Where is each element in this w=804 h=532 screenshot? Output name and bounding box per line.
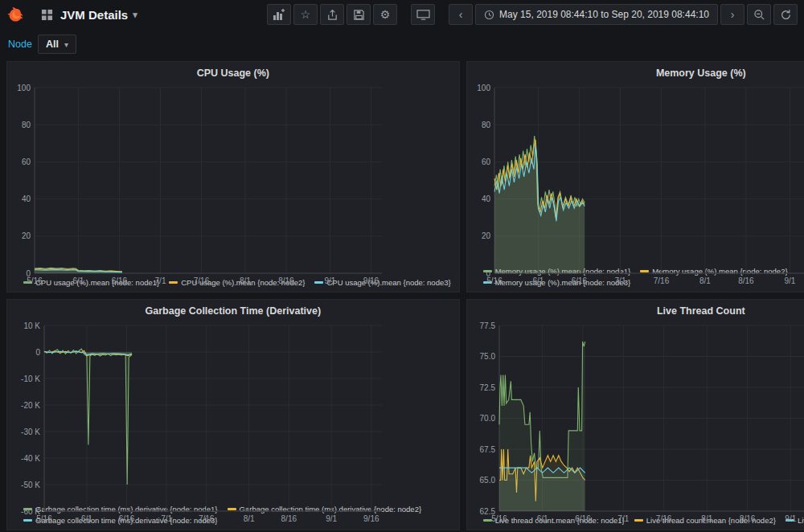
- share-button[interactable]: [320, 4, 344, 25]
- svg-text:60: 60: [22, 158, 31, 166]
- submenu: Node All ▾: [0, 29, 804, 59]
- svg-text:9/1: 9/1: [785, 514, 796, 523]
- svg-text:-30 K: -30 K: [21, 428, 40, 436]
- refresh-icon: [780, 9, 792, 21]
- svg-text:80: 80: [22, 121, 31, 129]
- save-button[interactable]: [347, 4, 371, 25]
- svg-text:5/16: 5/16: [36, 514, 52, 523]
- svg-text:100: 100: [17, 84, 31, 92]
- svg-text:62.5: 62.5: [479, 507, 495, 516]
- zoom-out-icon: [753, 9, 765, 21]
- svg-text:8/1: 8/1: [244, 514, 255, 523]
- svg-text:7/16: 7/16: [656, 514, 672, 523]
- panel-cpu-usage: CPU Usage (%) 5/166/16/167/17/168/18/169…: [6, 61, 460, 293]
- chevron-left-icon: ‹: [459, 9, 463, 20]
- add-panel-icon: [273, 8, 285, 21]
- time-forward-button[interactable]: ›: [720, 4, 745, 25]
- svg-text:8/16: 8/16: [740, 514, 756, 523]
- svg-text:0: 0: [35, 348, 40, 357]
- svg-text:67.5: 67.5: [479, 445, 495, 454]
- tv-mode-button[interactable]: [411, 4, 435, 25]
- svg-text:72.5: 72.5: [479, 383, 495, 392]
- refresh-button[interactable]: [773, 4, 798, 25]
- svg-text:6/16: 6/16: [112, 276, 128, 285]
- svg-text:0: 0: [26, 269, 31, 278]
- gc-time-chart[interactable]: 5/166/16/167/17/168/18/169/19/1610 K0-10…: [12, 319, 454, 502]
- svg-text:6/1: 6/1: [72, 276, 84, 285]
- svg-text:60: 60: [482, 158, 491, 166]
- svg-text:9/1: 9/1: [326, 514, 337, 523]
- monitor-icon: [416, 9, 430, 21]
- chevron-right-icon: ›: [731, 9, 735, 20]
- zoom-out-button[interactable]: [747, 4, 771, 25]
- dashboard-grid: CPU Usage (%) 5/166/16/167/17/168/18/169…: [0, 59, 804, 532]
- svg-text:77.5: 77.5: [479, 321, 495, 330]
- time-range-button[interactable]: May 15, 2019 08:44:10 to Sep 20, 2019 08…: [475, 4, 718, 25]
- svg-text:-40 K: -40 K: [21, 454, 40, 463]
- panel-memory-usage: Memory Usage (%) 5/166/16/167/17/168/18/…: [466, 61, 804, 293]
- svg-text:-50 K: -50 K: [21, 481, 40, 489]
- svg-text:5/16: 5/16: [486, 276, 503, 285]
- svg-text:6/1: 6/1: [81, 514, 92, 523]
- svg-text:-20 K: -20 K: [21, 401, 40, 410]
- svg-text:80: 80: [482, 121, 491, 129]
- panel-title[interactable]: CPU Usage (%): [12, 65, 454, 81]
- svg-text:8/1: 8/1: [699, 276, 711, 285]
- svg-text:6/1: 6/1: [532, 276, 544, 285]
- svg-text:20: 20: [482, 231, 491, 240]
- caret-down-icon: ▾: [133, 10, 137, 20]
- svg-text:7/1: 7/1: [614, 276, 626, 285]
- svg-text:8/1: 8/1: [701, 514, 712, 523]
- caret-down-icon: ▾: [64, 40, 68, 49]
- svg-text:7/1: 7/1: [155, 276, 166, 285]
- dashboard-title-button[interactable]: JVM Details ▾: [60, 8, 137, 22]
- panel-title[interactable]: Garbage Collection Time (Derivative): [12, 303, 454, 319]
- svg-text:100: 100: [477, 84, 490, 92]
- grafana-logo[interactable]: [6, 5, 26, 24]
- grid-icon: [41, 9, 53, 21]
- add-panel-button[interactable]: [267, 4, 291, 25]
- svg-text:-10 K: -10 K: [21, 374, 40, 383]
- svg-text:-60 K: -60 K: [21, 507, 40, 516]
- star-button[interactable]: ☆: [293, 4, 318, 25]
- grafana-logo-icon: [7, 6, 25, 23]
- svg-text:7/16: 7/16: [194, 276, 210, 285]
- settings-button[interactable]: ⚙: [373, 4, 397, 25]
- svg-text:10 K: 10 K: [23, 321, 40, 330]
- variable-label: Node: [8, 39, 32, 50]
- svg-text:7/1: 7/1: [617, 514, 629, 523]
- time-range-text: May 15, 2019 08:44:10 to Sep 20, 2019 08…: [499, 9, 709, 20]
- svg-text:6/1: 6/1: [536, 514, 548, 523]
- svg-text:8/16: 8/16: [278, 276, 294, 285]
- svg-text:70.0: 70.0: [479, 414, 495, 423]
- star-icon: ☆: [301, 9, 311, 20]
- panel-gc-time: Garbage Collection Time (Derivative) 5/1…: [6, 299, 460, 530]
- variable-dropdown[interactable]: All ▾: [38, 35, 76, 54]
- memory-usage-chart[interactable]: 5/166/16/167/17/168/18/169/19/1610080604…: [472, 81, 804, 264]
- svg-text:9/1: 9/1: [784, 276, 795, 285]
- svg-text:6/16: 6/16: [119, 514, 135, 523]
- panel-title[interactable]: Live Thread Count: [472, 303, 804, 319]
- dashboard-title: JVM Details: [60, 8, 128, 22]
- grafana-app: JVM Details ▾ ☆: [0, 0, 804, 532]
- clock-icon: [484, 10, 494, 20]
- navbar: JVM Details ▾ ☆: [0, 0, 804, 29]
- panel-title[interactable]: Memory Usage (%): [472, 65, 804, 81]
- svg-text:7/1: 7/1: [161, 514, 172, 523]
- svg-text:6/16: 6/16: [575, 514, 591, 523]
- dashboards-button[interactable]: [35, 4, 59, 25]
- panel-live-thread-count: Live Thread Count 5/166/16/167/17/168/18…: [466, 299, 804, 530]
- svg-text:9/16: 9/16: [363, 514, 379, 523]
- svg-text:7/16: 7/16: [653, 276, 669, 285]
- svg-text:6/16: 6/16: [571, 276, 587, 285]
- time-back-button[interactable]: ‹: [449, 4, 473, 25]
- svg-text:8/16: 8/16: [738, 276, 754, 285]
- variable-value: All: [46, 39, 59, 50]
- svg-text:5/16: 5/16: [27, 276, 43, 285]
- svg-text:9/16: 9/16: [363, 276, 379, 285]
- live-thread-count-chart[interactable]: 5/166/16/167/17/168/18/169/19/1677.575.0…: [472, 319, 804, 514]
- svg-text:75.0: 75.0: [479, 352, 495, 361]
- svg-text:7/16: 7/16: [199, 514, 215, 523]
- svg-text:40: 40: [22, 194, 31, 203]
- cpu-usage-chart[interactable]: 5/166/16/167/17/168/18/169/19/1610080604…: [12, 81, 454, 276]
